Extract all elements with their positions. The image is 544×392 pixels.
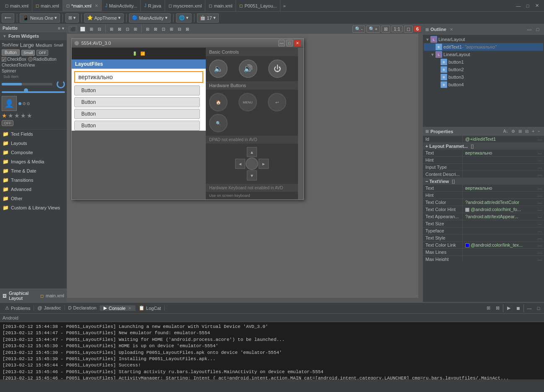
prop-more-btn[interactable]: … — [536, 256, 544, 261]
console-content[interactable]: [2013-02-12 15:44:38 - P0051_LayoutFiles… — [0, 322, 544, 379]
power-btn[interactable]: ⏻ — [268, 59, 287, 78]
maximize-btn[interactable]: □ — [524, 2, 531, 10]
tree-button3[interactable]: B button3 — [424, 73, 543, 81]
prop-more-btn[interactable]: … — [536, 235, 544, 241]
tool-11[interactable]: ⊡ — [160, 26, 167, 32]
prop-more-btn[interactable]: … — [536, 136, 544, 142]
tab-overflow[interactable]: » — [280, 3, 288, 8]
spinner-widget[interactable]: Spinner — [2, 69, 16, 73]
tree-linearlayout-nested[interactable]: ▼ L LinearLayout — [424, 51, 543, 58]
ratingbar-widget[interactable]: ★ ★ ★ ★ ★ — [2, 112, 32, 119]
screen-selector[interactable]: ⊞ ▾ — [65, 13, 79, 23]
tab-main-xml-3[interactable]: ◻ main.xml — [205, 0, 236, 11]
device-button-2[interactable]: Button — [74, 97, 200, 107]
console-tool-1[interactable]: ⊞ — [484, 304, 492, 312]
tool-3[interactable]: ⊞ — [88, 26, 95, 32]
prop-sort-btn[interactable]: A↓ — [502, 129, 510, 134]
dpad-left[interactable]: ◄ — [235, 159, 245, 169]
layouts-folder[interactable]: 📁 Layouts — [0, 139, 67, 148]
close-btn[interactable]: ✕ — [533, 2, 541, 10]
emu-close-btn[interactable]: ✕ — [294, 40, 301, 46]
activity-selector[interactable]: 🔵 MainActivity ▾ — [129, 13, 171, 23]
checked-textview-widget[interactable]: CheckedTextView — [2, 63, 35, 67]
dpad-center[interactable] — [246, 157, 258, 170]
toggle-widget[interactable]: OFF — [36, 50, 48, 56]
small-button-widget[interactable]: Small — [21, 50, 35, 56]
zoom-in-btn[interactable]: 🔍+ — [366, 26, 380, 33]
form-widgets-toggle[interactable]: ▼ Form Widgets — [0, 32, 67, 40]
zoom-custom-btn[interactable]: ◻ — [404, 26, 413, 33]
zoom-out-btn[interactable]: 🔍- — [352, 26, 365, 33]
prop-more-btn[interactable]: … — [536, 164, 544, 170]
prop-more-btn[interactable]: … — [536, 150, 544, 156]
button-widget[interactable]: Button — [2, 49, 20, 56]
theme-selector[interactable]: ⭐ AppTheme ▾ — [84, 13, 124, 23]
tab-graphical-layout[interactable]: 🖼 Graphical Layout — [0, 289, 38, 302]
menu-btn[interactable]: MENU — [238, 93, 257, 111]
prop-textview-group[interactable]: − TextView [] — [423, 178, 544, 185]
outline-maximize-btn[interactable]: □ — [534, 26, 541, 33]
text-fields-folder[interactable]: 📁 Text Fields — [0, 129, 67, 139]
custom-views-folder[interactable]: 📁 Custom & Library Views — [0, 203, 67, 212]
select-tool[interactable]: ⬛ — [69, 26, 77, 32]
tool-4[interactable]: ⊟ — [96, 26, 103, 32]
tab-main-xml-2[interactable]: ◻ main.xml — [32, 0, 63, 11]
prop-more-btn[interactable]: … — [536, 206, 544, 213]
tool-9[interactable]: ⊞ — [144, 26, 151, 32]
prop-add-btn[interactable]: + — [531, 129, 536, 134]
tree-linearlayout-root[interactable]: ▼ L LinearLayout — [424, 36, 543, 43]
search-btn[interactable]: 🔍 — [209, 114, 228, 132]
prop-more-btn[interactable]: … — [536, 213, 544, 220]
tab-mainactivity[interactable]: J MainActivity... — [102, 0, 141, 11]
minimize-bottom[interactable]: — — [526, 304, 533, 312]
tab-myscreen[interactable]: ◻ myscreen.xml — [165, 0, 206, 11]
back-hw-btn[interactable]: ↩ — [268, 93, 286, 111]
prop-remove-btn[interactable]: − — [536, 129, 541, 134]
other-folder[interactable]: 📁 Other — [0, 194, 67, 203]
tab-p0051[interactable]: ◻ P0051_Layou... — [236, 0, 280, 11]
tab-main-xml-bottom[interactable]: ◻ main.xml — [38, 289, 67, 302]
tab-console[interactable]: ▶ Console ✕ — [100, 305, 135, 311]
console-tool-2[interactable]: ⊠ — [494, 304, 501, 312]
console-tool-3[interactable]: ▶ — [505, 304, 513, 312]
palette-menu-icon[interactable]: ≡ — [58, 26, 60, 31]
prop-more-btn[interactable]: … — [536, 227, 544, 234]
prop-layout-group[interactable]: + Layout Paramet... [] — [423, 143, 544, 150]
edittext-widget[interactable]: вертикально — [74, 71, 203, 83]
checkbox-widget[interactable]: ✓ CheckBox — [2, 57, 26, 62]
prop-more-btn[interactable]: … — [536, 199, 544, 206]
device-button-4[interactable]: Button — [74, 121, 200, 131]
prop-more-btn[interactable]: … — [536, 242, 544, 248]
maximize-bottom[interactable]: □ — [535, 304, 542, 312]
dpad-right[interactable]: ► — [259, 159, 269, 169]
zoom-100-btn[interactable]: 1:1 — [391, 26, 403, 32]
dpad-up[interactable]: ▲ — [247, 147, 257, 157]
radiobutton-widget[interactable]: RadioButton — [28, 57, 57, 62]
prop-more-btn[interactable]: … — [536, 220, 544, 227]
canvas-scrollbar-h[interactable] — [67, 298, 422, 302]
tree-edittext1[interactable]: E editText1 - "вертикально" — [424, 43, 543, 51]
tab-javadoc[interactable]: @ Javadoc — [34, 305, 65, 310]
tree-button2[interactable]: B button2 — [424, 66, 543, 73]
palette-collapse-icon[interactable]: ▾ — [62, 26, 64, 31]
tool-10[interactable]: ⊠ — [152, 26, 159, 32]
tab-main-xml-active[interactable]: ◻ *main.xml ✕ — [63, 0, 102, 11]
tabs-widget[interactable] — [18, 102, 30, 105]
switch-widget[interactable]: OFF — [2, 120, 13, 126]
tool-13[interactable]: ⊟ — [176, 26, 183, 32]
tool-12[interactable]: ⊞ — [168, 26, 175, 32]
home-btn[interactable]: 🏠 — [209, 93, 228, 111]
canvas-scrollbar-v[interactable] — [418, 34, 422, 302]
tool-8[interactable]: ⊞ — [132, 26, 139, 32]
tab-rjava[interactable]: J R.java — [141, 0, 165, 11]
prop-more-btn[interactable]: … — [536, 171, 544, 178]
back-btn[interactable]: ⟵ — [2, 13, 14, 23]
tool-7[interactable]: ⊡ — [124, 26, 131, 32]
emu-minimize-btn[interactable]: — — [278, 40, 285, 46]
prop-more-btn[interactable]: … — [536, 192, 544, 199]
prop-more-btn[interactable]: … — [536, 185, 544, 191]
locale-selector[interactable]: 🌐 ▾ — [176, 13, 192, 23]
outline-minimize-btn[interactable]: — — [526, 26, 533, 33]
device-button-1[interactable]: Button — [74, 85, 200, 95]
imageview-widget[interactable]: 👤 — [2, 96, 17, 111]
